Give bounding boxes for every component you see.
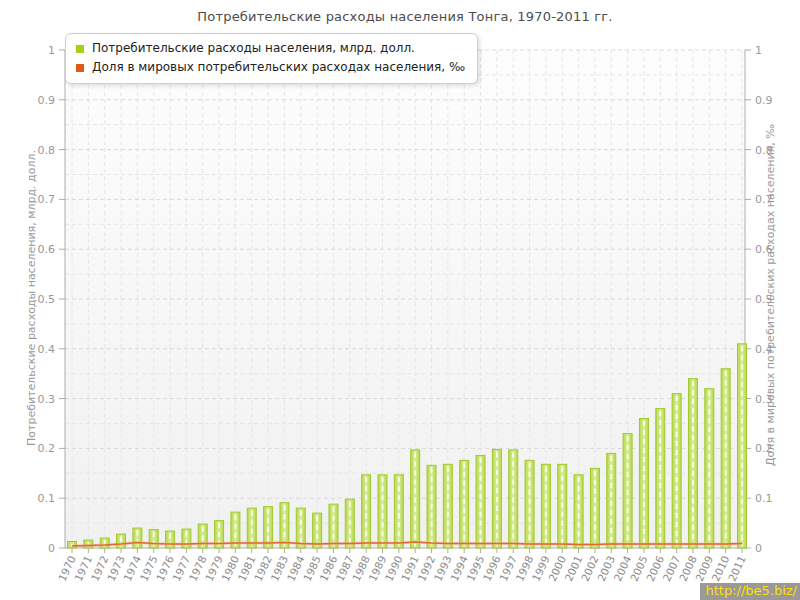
bar-2005 <box>639 419 648 548</box>
y-tick-label-left: 0.2 <box>38 442 56 455</box>
y-tick-label-left: 1 <box>48 44 55 57</box>
bar-2001 <box>574 475 583 548</box>
y-axis-title-left: Потребительские расходы населения, млрд.… <box>25 150 38 446</box>
y-tick-label-left: 0.5 <box>38 293 56 306</box>
legend-item-consumption: Потребительские расходы населения, млрд.… <box>76 39 465 58</box>
y-tick-label-right: 1 <box>755 44 762 57</box>
y-axis-title-right: Доля в мировых потребительских расходах … <box>764 124 777 466</box>
y-tick-label-left: 0.8 <box>38 144 56 157</box>
y-tick-label-left: 0.9 <box>38 94 56 107</box>
y-tick-label-left: 0.6 <box>38 243 56 256</box>
legend-item-share: Доля в мировых потребительских расходах … <box>76 58 465 77</box>
legend-label-share: Доля в мировых потребительских расходах … <box>92 58 465 77</box>
y-tick-label-right: 0.9 <box>755 94 773 107</box>
y-tick-label-left: 0.7 <box>38 193 56 206</box>
y-tick-label-left: 0.1 <box>38 492 56 505</box>
watermark-link[interactable]: http://be5.biz/ <box>700 583 800 600</box>
bar-1990 <box>394 475 403 548</box>
bar-1988 <box>362 475 371 548</box>
bar-1989 <box>378 475 387 548</box>
legend-box: Потребительские расходы населения, млрд.… <box>65 33 478 84</box>
bar-2010 <box>721 369 730 548</box>
y-tick-label-right: 0 <box>755 542 762 555</box>
legend-swatch-bar-icon <box>76 45 84 53</box>
y-tick-label-left: 0.3 <box>38 393 56 406</box>
chart-page: Потребительские расходы населения Тонга,… <box>0 0 800 600</box>
y-tick-label-right: 0.1 <box>755 492 773 505</box>
y-tick-label-left: 0 <box>48 542 55 555</box>
legend-swatch-line-icon <box>76 64 84 72</box>
legend-label-consumption: Потребительские расходы населения, млрд.… <box>92 39 415 58</box>
chart-canvas: 000.10.10.20.20.30.30.40.40.50.50.60.60.… <box>0 0 800 600</box>
y-tick-label-left: 0.4 <box>38 343 56 356</box>
